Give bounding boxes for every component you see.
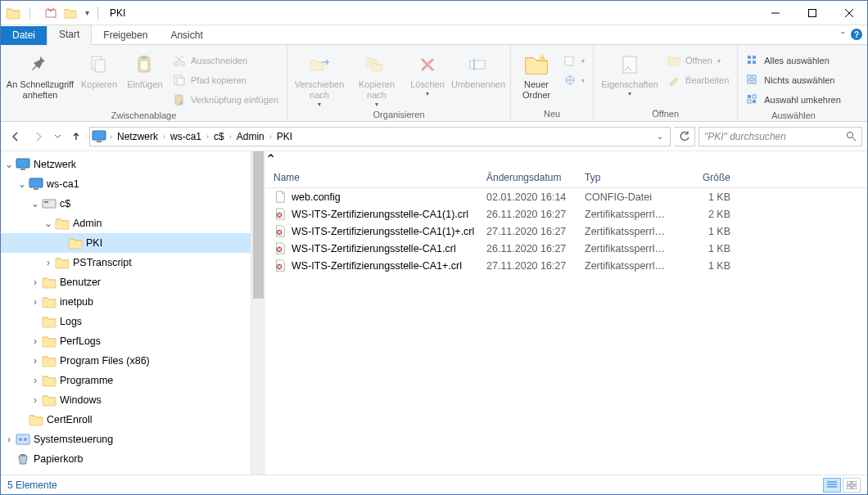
col-name[interactable]: Name — [265, 172, 478, 183]
col-date[interactable]: Änderungsdatum — [478, 172, 576, 183]
view-details-button[interactable] — [823, 478, 841, 493]
tree-node-perflogs[interactable]: ›PerfLogs — [1, 331, 251, 351]
table-row[interactable]: web.config02.01.2020 16:14CONFIG-Datei1 … — [265, 188, 867, 205]
invert-selection-button[interactable]: Auswahl umkehren — [743, 91, 844, 109]
select-none-button[interactable]: Nichts auswählen — [743, 71, 844, 89]
svg-rect-18 — [470, 61, 485, 69]
tree-node-papierkorb[interactable]: Papierkorb — [1, 449, 251, 469]
control-panel-icon — [16, 432, 30, 447]
nav-tree[interactable]: ⌄Netzwerk ⌄ws-ca1 ⌄c$ ⌄Admin PKI ›PSTran… — [1, 151, 251, 475]
app-folder-icon — [6, 6, 20, 20]
file-name: web.config — [292, 191, 341, 203]
open-button[interactable]: Öffnen ▾ — [664, 52, 732, 70]
folder-icon — [68, 236, 83, 250]
tab-share[interactable]: Freigeben — [92, 26, 159, 45]
breadcrumb-seg[interactable]: c$ — [210, 131, 228, 142]
crl-file-icon — [274, 259, 287, 272]
svg-rect-41 — [847, 486, 851, 489]
file-name: WS-ITS-Zertifizierungsstelle-CA1+.crl — [292, 260, 462, 272]
rename-icon — [468, 54, 489, 75]
cut-button[interactable]: Ausschneiden — [170, 52, 282, 70]
tree-node-benutzer[interactable]: ›Benutzer — [1, 272, 251, 292]
tab-start[interactable]: Start — [47, 25, 92, 45]
tree-node-share[interactable]: ⌄c$ — [1, 194, 251, 214]
breadcrumb-seg[interactable]: Admin — [233, 131, 268, 142]
new-item-button[interactable]: ▾ — [560, 52, 588, 70]
select-all-button[interactable]: Alles auswählen — [743, 52, 844, 70]
maximize-button[interactable] — [793, 1, 830, 25]
address-bar[interactable]: › Netzwerk› ws-ca1› c$› Admin› PKI ⌄ — [89, 127, 671, 146]
col-type[interactable]: Typ — [576, 172, 673, 183]
tree-node-windows[interactable]: ›Windows — [1, 390, 251, 410]
tree-node-admin[interactable]: ⌄Admin — [1, 214, 251, 233]
paste-button[interactable]: Einfügen — [124, 50, 166, 90]
file-size: 2 KB — [673, 209, 739, 220]
search-input[interactable]: "PKI" durchsuchen — [698, 127, 862, 146]
tree-node-inetpub[interactable]: ›inetpub — [1, 292, 251, 312]
config-file-icon — [274, 191, 287, 204]
svg-rect-31 — [753, 95, 756, 98]
tree-node-netzwerk[interactable]: ⌄Netzwerk — [1, 155, 251, 174]
tree-node-logs[interactable]: Logs — [1, 312, 251, 331]
tree-node-host[interactable]: ⌄ws-ca1 — [1, 174, 251, 194]
column-headers: Name Änderungsdatum Typ Größe — [265, 167, 867, 188]
properties-icon — [619, 54, 640, 75]
copy-button[interactable]: Kopieren — [78, 50, 120, 90]
help-icon[interactable]: ? — [851, 29, 862, 40]
easy-access-button[interactable]: ▾ — [560, 71, 588, 89]
col-size[interactable]: Größe — [673, 172, 739, 183]
properties-button[interactable]: Eigenschaften▾ — [599, 50, 661, 97]
breadcrumb-seg[interactable]: ws-ca1 — [167, 131, 205, 142]
copy-to-button[interactable]: Kopieren nach▾ — [350, 50, 404, 108]
tree-node-progx86[interactable]: ›Program Files (x86) — [1, 351, 251, 371]
nav-back-button[interactable] — [6, 127, 25, 146]
table-row[interactable]: WS-ITS-Zertifizierungsstelle-CA1.crl26.1… — [265, 240, 867, 257]
breadcrumb-sep-icon[interactable]: › — [108, 133, 114, 141]
edit-button[interactable]: Bearbeiten — [664, 71, 732, 89]
breadcrumb-seg[interactable]: PKI — [274, 131, 296, 142]
copy-path-icon — [173, 74, 186, 87]
delete-button[interactable]: Löschen▾ — [407, 50, 448, 97]
nav-up-button[interactable] — [66, 127, 86, 146]
table-row[interactable]: WS-ITS-Zertifizierungsstelle-CA1(1).crl2… — [265, 205, 867, 223]
svg-rect-11 — [141, 56, 147, 59]
svg-rect-40 — [852, 481, 857, 484]
refresh-button[interactable] — [674, 127, 695, 146]
move-to-button[interactable]: Verschieben nach▾ — [292, 50, 346, 108]
file-list: ⌃ Name Änderungsdatum Typ Größe web.conf… — [265, 151, 867, 475]
breadcrumb-seg[interactable]: Netzwerk — [114, 131, 161, 142]
address-dropdown-icon[interactable]: ⌄ — [652, 132, 668, 141]
qat-folder-button[interactable] — [61, 4, 79, 22]
close-button[interactable] — [830, 1, 867, 25]
file-size: 1 KB — [673, 191, 739, 203]
tree-node-pstranscript[interactable]: ›PSTranscript — [1, 253, 251, 272]
tab-view[interactable]: Ansicht — [159, 26, 214, 45]
new-folder-button[interactable]: Neuer Ordner — [516, 50, 557, 101]
pin-icon — [29, 53, 52, 76]
nav-forward-button[interactable] — [29, 127, 48, 146]
pin-quick-access-button[interactable]: An Schnellzugriff anheften — [6, 50, 75, 101]
svg-rect-35 — [16, 434, 29, 444]
view-icons-button[interactable] — [843, 478, 861, 493]
qat-dropdown-icon[interactable]: ▾ — [81, 8, 93, 17]
tree-node-systemsteuerung[interactable]: ›Systemsteuerung — [1, 430, 251, 449]
minimize-button[interactable] — [757, 1, 793, 25]
svg-rect-30 — [748, 95, 751, 98]
collapse-ribbon-icon[interactable]: ⌃ — [839, 30, 846, 39]
tab-file[interactable]: Datei — [1, 26, 47, 45]
scrollbar[interactable] — [251, 151, 265, 475]
rename-button[interactable]: Umbenennen — [451, 50, 505, 90]
folder-icon — [42, 353, 57, 368]
tree-node-certenroll[interactable]: CertEnroll — [1, 410, 251, 430]
table-row[interactable]: WS-ITS-Zertifizierungsstelle-CA1+.crl27.… — [265, 257, 867, 274]
copy-path-button[interactable]: Pfad kopieren — [170, 71, 282, 89]
paste-shortcut-button[interactable]: Verknüpfung einfügen — [170, 91, 282, 109]
tree-node-pki[interactable]: PKI — [1, 233, 251, 253]
file-type: Zertifikatssperrliste — [576, 260, 673, 272]
tree-node-programme[interactable]: ›Programme — [1, 371, 251, 390]
qat-properties-button[interactable] — [42, 4, 60, 22]
table-row[interactable]: WS-ITS-Zertifizierungsstelle-CA1(1)+.crl… — [265, 223, 867, 240]
svg-point-34 — [847, 132, 852, 137]
nav-history-dropdown[interactable] — [52, 127, 63, 146]
file-name: WS-ITS-Zertifizierungsstelle-CA1(1)+.crl — [292, 226, 474, 237]
